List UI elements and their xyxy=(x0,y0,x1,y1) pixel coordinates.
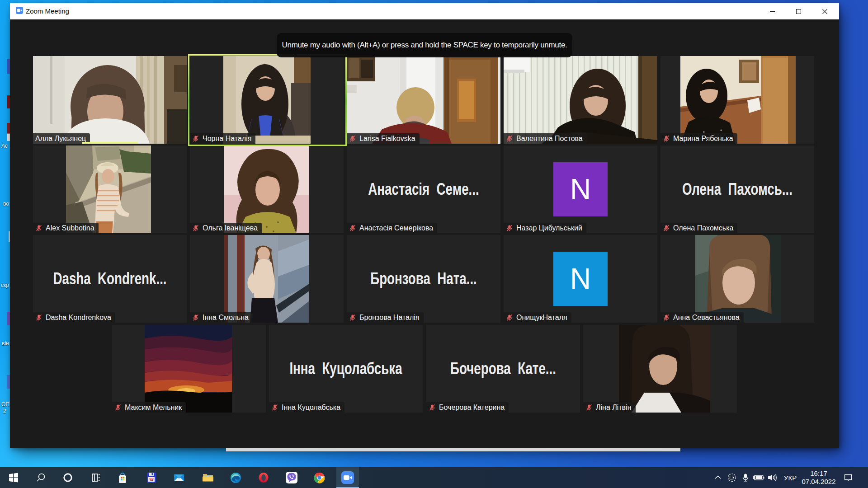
svg-text:64: 64 xyxy=(150,479,153,482)
